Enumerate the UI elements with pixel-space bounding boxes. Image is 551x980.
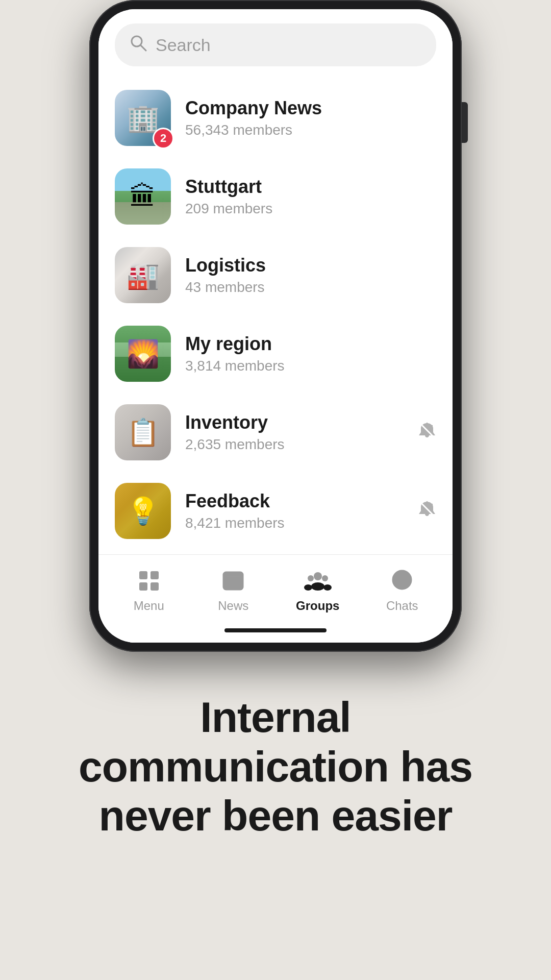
nav-item-news[interactable]: News	[191, 567, 276, 613]
tagline-text: Internal communication has never been ea…	[41, 693, 510, 841]
group-name-feedback: Feedback	[185, 491, 410, 512]
nav-item-menu[interactable]: Menu	[107, 567, 191, 613]
svg-point-15	[311, 582, 324, 591]
group-item-logistics[interactable]: Logistics 43 members	[98, 236, 453, 314]
group-info-myregion: My region 3,814 members	[185, 333, 436, 374]
badge-company-news: 2	[153, 128, 174, 149]
avatar-feedback	[115, 483, 171, 539]
group-members-feedback: 8,421 members	[185, 515, 410, 531]
group-item-feedback[interactable]: Feedback 8,421 members	[98, 472, 453, 550]
group-info-logistics: Logistics 43 members	[185, 255, 436, 296]
avatar-stuttgart	[115, 168, 171, 225]
group-info-company-news: Company News 56,343 members	[185, 97, 436, 138]
home-bar	[224, 628, 327, 632]
group-item-myregion[interactable]: My region 3,814 members	[98, 314, 453, 393]
group-item-stuttgart[interactable]: Stuttgart 209 members	[98, 157, 453, 236]
group-name-stuttgart: Stuttgart	[185, 176, 436, 198]
svg-point-20	[400, 578, 404, 581]
group-members-inventory: 2,635 members	[185, 436, 410, 453]
svg-rect-5	[151, 571, 159, 579]
svg-point-12	[314, 572, 322, 580]
bottom-nav: Menu News	[98, 554, 453, 621]
mute-icon-feedback	[418, 500, 436, 523]
svg-rect-4	[139, 571, 147, 579]
search-area: Search	[98, 9, 453, 75]
group-info-inventory: Inventory 2,635 members	[185, 412, 410, 453]
nav-item-groups[interactable]: Groups	[276, 567, 360, 613]
news-label: News	[218, 599, 248, 613]
search-placeholder: Search	[156, 35, 211, 55]
tagline-section: Internal communication has never been ea…	[0, 652, 551, 871]
menu-label: Menu	[134, 599, 164, 613]
group-list: 2 Company News 56,343 members S	[98, 75, 453, 554]
svg-point-17	[323, 584, 332, 591]
group-name-myregion: My region	[185, 333, 436, 355]
news-icon	[219, 567, 247, 595]
svg-point-13	[308, 575, 314, 581]
group-members-logistics: 43 members	[185, 279, 436, 296]
group-members-company-news: 56,343 members	[185, 122, 436, 138]
svg-point-14	[322, 575, 328, 581]
search-bar[interactable]: Search	[115, 23, 436, 66]
mute-icon-inventory	[418, 421, 436, 444]
group-name-company-news: Company News	[185, 97, 436, 119]
avatar-wrap-stuttgart	[115, 168, 171, 225]
chats-label: Chats	[386, 599, 418, 613]
svg-point-19	[396, 578, 399, 581]
group-members-myregion: 3,814 members	[185, 358, 436, 374]
avatar-wrap-company-news: 2	[115, 90, 171, 146]
group-item-company-news[interactable]: 2 Company News 56,343 members	[98, 79, 453, 157]
nav-item-chats[interactable]: Chats	[360, 567, 445, 613]
group-item-inventory[interactable]: Inventory 2,635 members	[98, 393, 453, 472]
menu-icon	[135, 567, 163, 595]
group-info-feedback: Feedback 8,421 members	[185, 491, 410, 531]
home-indicator	[98, 621, 453, 643]
avatar-inventory	[115, 404, 171, 460]
avatar-wrap-feedback	[115, 483, 171, 539]
search-icon	[129, 34, 147, 56]
avatar-wrap-inventory	[115, 404, 171, 460]
avatar-wrap-logistics	[115, 247, 171, 303]
avatar-wrap-myregion	[115, 326, 171, 382]
svg-point-16	[304, 584, 312, 591]
avatar-logistics	[115, 247, 171, 303]
avatar-myregion	[115, 326, 171, 382]
chats-icon	[388, 567, 416, 595]
groups-label: Groups	[296, 599, 339, 613]
svg-rect-7	[151, 582, 159, 591]
group-members-stuttgart: 209 members	[185, 201, 436, 217]
svg-point-21	[405, 578, 408, 581]
svg-line-1	[141, 45, 146, 51]
group-info-stuttgart: Stuttgart 209 members	[185, 176, 436, 217]
groups-icon	[304, 567, 332, 595]
group-name-inventory: Inventory	[185, 412, 410, 433]
svg-rect-6	[139, 582, 147, 591]
group-name-logistics: Logistics	[185, 255, 436, 276]
